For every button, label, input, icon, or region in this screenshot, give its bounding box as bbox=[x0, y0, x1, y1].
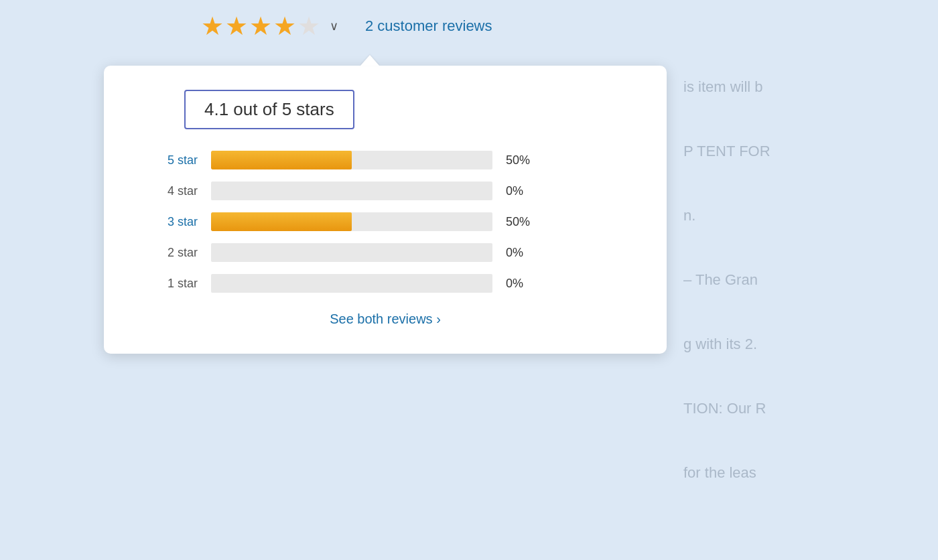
background-content: is item will b P TENT FOR n. – The Gran … bbox=[683, 0, 858, 560]
rating-summary-box: 4.1 out of 5 stars bbox=[184, 90, 354, 129]
stars-row: ★ ★ ★ ★ ★ ∨ 2 customer reviews bbox=[201, 13, 938, 39]
bar-row-2: 4 star0% bbox=[144, 182, 626, 200]
bar-label-4: 2 star bbox=[144, 246, 198, 260]
bar-track-4 bbox=[211, 243, 492, 262]
bg-line-1: is item will b bbox=[683, 78, 858, 96]
bar-percent-4: 0% bbox=[506, 246, 539, 260]
bar-label-1[interactable]: 5 star bbox=[144, 153, 198, 167]
bg-line-5: g with its 2. bbox=[683, 336, 858, 353]
star-5: ★ bbox=[297, 13, 320, 39]
star-1: ★ bbox=[201, 13, 224, 39]
bar-percent-1: 50% bbox=[506, 153, 539, 167]
customer-reviews-link[interactable]: 2 customer reviews bbox=[365, 17, 492, 35]
bg-line-4: – The Gran bbox=[683, 271, 858, 289]
bar-fill-3 bbox=[211, 212, 352, 231]
bar-fill-1 bbox=[211, 151, 352, 169]
bar-row-5: 1 star0% bbox=[144, 274, 626, 293]
star-rating-display[interactable]: ★ ★ ★ ★ ★ bbox=[201, 13, 320, 39]
bar-label-2: 4 star bbox=[144, 184, 198, 198]
tooltip-arrow bbox=[360, 55, 379, 66]
rating-summary-text: 4.1 out of 5 stars bbox=[204, 99, 334, 119]
stars-dropdown-chevron[interactable]: ∨ bbox=[330, 19, 338, 33]
bar-percent-5: 0% bbox=[506, 277, 539, 291]
bg-line-6: TION: Our R bbox=[683, 400, 858, 417]
bg-line-2: P TENT FOR bbox=[683, 143, 858, 160]
bar-label-3[interactable]: 3 star bbox=[144, 215, 198, 229]
bar-label-5: 1 star bbox=[144, 277, 198, 291]
bar-percent-3: 50% bbox=[506, 215, 539, 229]
bar-row-3[interactable]: 3 star50% bbox=[144, 212, 626, 231]
rating-bars-container: 5 star50%4 star0%3 star50%2 star0%1 star… bbox=[144, 151, 626, 293]
bar-percent-2: 0% bbox=[506, 184, 539, 198]
see-reviews-link[interactable]: See both reviews › bbox=[144, 311, 626, 327]
page-wrapper: is item will b P TENT FOR n. – The Gran … bbox=[0, 0, 938, 560]
bar-row-4: 2 star0% bbox=[144, 243, 626, 262]
ratings-popup: 4.1 out of 5 stars 5 star50%4 star0%3 st… bbox=[104, 66, 667, 354]
bg-line-7: for the leas bbox=[683, 464, 858, 482]
bg-line-3: n. bbox=[683, 207, 858, 224]
bar-track-1 bbox=[211, 151, 492, 169]
bar-track-3 bbox=[211, 212, 492, 231]
star-4: ★ bbox=[273, 13, 296, 39]
bar-track-2 bbox=[211, 182, 492, 200]
bar-track-5 bbox=[211, 274, 492, 293]
bar-row-1[interactable]: 5 star50% bbox=[144, 151, 626, 169]
star-3: ★ bbox=[249, 13, 272, 39]
star-2: ★ bbox=[225, 13, 248, 39]
